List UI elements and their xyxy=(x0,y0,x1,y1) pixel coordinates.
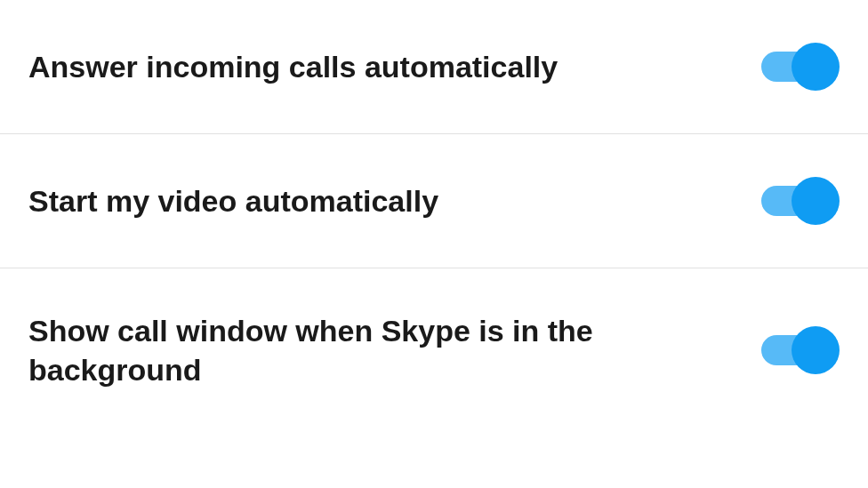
toggle-thumb xyxy=(792,43,840,91)
setting-row-answer-calls: Answer incoming calls automatically xyxy=(0,0,868,134)
toggle-thumb xyxy=(792,326,840,374)
toggle-start-video[interactable] xyxy=(761,177,840,225)
toggle-thumb xyxy=(792,177,840,225)
setting-row-show-call-window: Show call window when Skype is in the ba… xyxy=(0,268,868,432)
setting-label: Start my video automatically xyxy=(28,181,438,220)
toggle-show-call-window[interactable] xyxy=(761,326,840,374)
settings-list: Answer incoming calls automatically Star… xyxy=(0,0,868,432)
setting-label: Answer incoming calls automatically xyxy=(28,47,558,86)
setting-label: Show call window when Skype is in the ba… xyxy=(28,311,695,389)
setting-row-start-video: Start my video automatically xyxy=(0,134,868,268)
toggle-answer-calls[interactable] xyxy=(761,43,840,91)
